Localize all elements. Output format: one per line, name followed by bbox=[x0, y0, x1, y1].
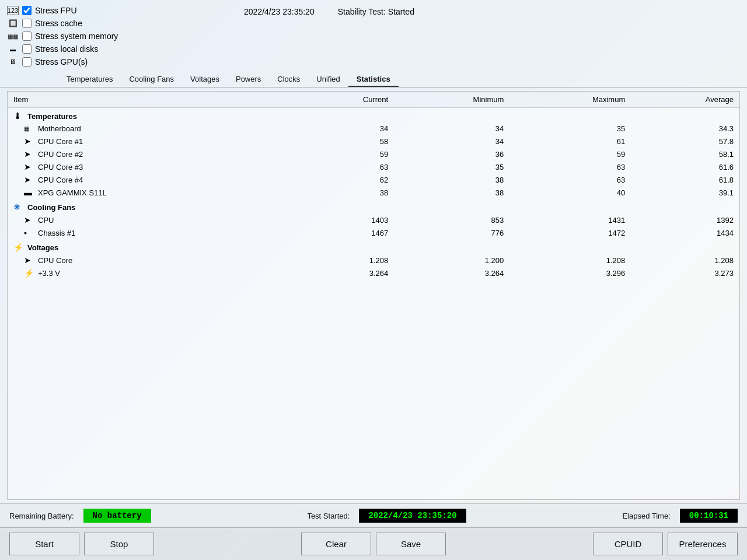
cpu-core3-icon: ➤ bbox=[24, 162, 36, 172]
table-row: ➤ CPU Core #2 59 36 59 58.1 bbox=[8, 148, 739, 160]
tab-statistics[interactable]: Statistics bbox=[348, 72, 399, 87]
cpu-core1-icon: ➤ bbox=[24, 136, 36, 146]
tab-voltages[interactable]: Voltages bbox=[182, 72, 228, 87]
cache-icon: 🔲 bbox=[7, 19, 19, 28]
chassis-fan-label: ▪ Chassis #1 bbox=[24, 228, 288, 237]
table-row: ⚡ +3.3 V 3.264 3.264 3.296 3.273 bbox=[8, 267, 739, 279]
stress-memory-checkbox[interactable] bbox=[22, 32, 32, 41]
col-maximum: Maximum bbox=[509, 92, 631, 108]
stress-disks-checkbox[interactable] bbox=[22, 44, 32, 54]
table-row: ➤ CPU Core #1 58 34 61 57.8 bbox=[8, 135, 739, 148]
stability-status: Stability Test: Started bbox=[338, 7, 414, 16]
table-row: ▬ XPG GAMMIX S11L 38 38 40 39.1 bbox=[8, 186, 739, 199]
nav-tabs: Temperatures Cooling Fans Voltages Power… bbox=[0, 70, 747, 88]
cpu-core2-label: ➤ CPU Core #2 bbox=[24, 149, 288, 159]
memory-icon: ▦▦ bbox=[7, 32, 19, 41]
fan-icon: ✳ bbox=[13, 202, 25, 212]
table-row: ▪ Chassis #1 1467 776 1472 1434 bbox=[8, 226, 739, 239]
test-started-label: Test Started: bbox=[307, 512, 350, 520]
stress-cache-label: Stress cache bbox=[35, 19, 82, 28]
tab-unified[interactable]: Unified bbox=[308, 72, 348, 87]
voltage-section-icon: ⚡ bbox=[13, 243, 25, 252]
table-row: ▦ Motherboard 34 34 35 34.3 bbox=[8, 123, 739, 135]
xpg-icon: ▬ bbox=[24, 188, 36, 197]
temperatures-label: 🌡 Temperatures bbox=[13, 111, 734, 121]
cpu-fan-label: ➤ CPU bbox=[24, 215, 288, 225]
app-window: 123 Stress FPU 🔲 Stress cache ▦▦ Stress … bbox=[0, 0, 747, 560]
battery-value: No battery bbox=[83, 509, 151, 523]
cpu-core4-icon: ➤ bbox=[24, 175, 36, 184]
col-average: Average bbox=[631, 92, 739, 108]
stress-fpu-checkbox[interactable] bbox=[22, 6, 32, 15]
table-row: ➤ CPU Core 1.208 1.200 1.208 1.208 bbox=[8, 254, 739, 267]
tab-clocks[interactable]: Clocks bbox=[269, 72, 308, 87]
clear-button[interactable]: Clear bbox=[301, 533, 371, 555]
mb-max: 35 bbox=[509, 123, 631, 135]
elapsed-label: Elapsed Time: bbox=[622, 512, 670, 520]
disk-icon: ▬ bbox=[7, 44, 19, 54]
mb-avg: 34.3 bbox=[631, 123, 739, 135]
stress-gpu-checkbox[interactable] bbox=[22, 57, 32, 66]
cpu-core1-label: ➤ CPU Core #1 bbox=[24, 136, 288, 146]
table-row: ➤ CPU 1403 853 1431 1392 bbox=[8, 214, 739, 226]
gpu-icon: 🖥 bbox=[7, 57, 19, 66]
mb-min: 34 bbox=[394, 123, 509, 135]
motherboard-label: ▦ Motherboard bbox=[24, 124, 288, 133]
cpuid-button[interactable]: CPUID bbox=[593, 533, 663, 555]
section-voltages: ⚡ Voltages bbox=[8, 239, 739, 254]
section-temperatures: 🌡 Temperatures bbox=[8, 108, 739, 123]
main-table: Item Current Minimum Maximum Average 🌡 T… bbox=[7, 91, 740, 500]
motherboard-icon: ▦ bbox=[24, 125, 36, 132]
start-button[interactable]: Start bbox=[9, 533, 79, 555]
stress-cache-checkbox[interactable] bbox=[22, 19, 32, 28]
cpu-core-voltage-label: ➤ CPU Core bbox=[24, 256, 288, 265]
thermometer-icon: 🌡 bbox=[13, 111, 25, 121]
cpu-core2-icon: ➤ bbox=[24, 149, 36, 159]
cpu-core3-label: ➤ CPU Core #3 bbox=[24, 162, 288, 172]
cpu-core4-label: ➤ CPU Core #4 bbox=[24, 175, 288, 184]
stress-cache-row: 🔲 Stress cache bbox=[7, 18, 235, 29]
battery-label: Remaining Battery: bbox=[9, 512, 74, 520]
top-section: 123 Stress FPU 🔲 Stress cache ▦▦ Stress … bbox=[0, 0, 747, 70]
table-header-row: Item Current Minimum Maximum Average bbox=[8, 92, 739, 108]
stress-disks-label: Stress local disks bbox=[35, 44, 98, 54]
elapsed-value: 00:10:31 bbox=[680, 509, 738, 523]
status-area: 2022/4/23 23:35:20 Stability Test: Start… bbox=[235, 5, 740, 68]
tab-powers[interactable]: Powers bbox=[228, 72, 269, 87]
section-cooling-fans: ✳ Cooling Fans bbox=[8, 199, 739, 214]
stress-memory-row: ▦▦ Stress system memory bbox=[7, 30, 235, 42]
bottom-buttons: Start Stop Clear Save CPUID Preferences bbox=[0, 527, 747, 560]
tab-temperatures[interactable]: Temperatures bbox=[58, 72, 121, 87]
col-current: Current bbox=[294, 92, 395, 108]
voltages-section-label: ⚡ Voltages bbox=[13, 243, 734, 252]
stress-options: 123 Stress FPU 🔲 Stress cache ▦▦ Stress … bbox=[7, 5, 235, 68]
cpu-voltage-icon: ➤ bbox=[24, 256, 36, 265]
datetime-display: 2022/4/23 23:35:20 bbox=[244, 7, 315, 16]
stop-button[interactable]: Stop bbox=[84, 533, 154, 555]
cooling-fans-section-label: ✳ Cooling Fans bbox=[13, 202, 734, 212]
col-minimum: Minimum bbox=[394, 92, 509, 108]
33v-label: ⚡ +3.3 V bbox=[24, 268, 288, 278]
fpu-icon: 123 bbox=[7, 6, 19, 15]
cpu-fan-icon: ➤ bbox=[24, 215, 36, 225]
save-button[interactable]: Save bbox=[376, 533, 446, 555]
tab-cooling-fans[interactable]: Cooling Fans bbox=[121, 72, 182, 87]
col-item: Item bbox=[8, 92, 294, 108]
table-row: ➤ CPU Core #4 62 38 63 61.8 bbox=[8, 173, 739, 186]
stress-gpu-label: Stress GPU(s) bbox=[35, 57, 88, 66]
xpg-label: ▬ XPG GAMMIX S11L bbox=[24, 188, 288, 197]
stress-fpu-row: 123 Stress FPU bbox=[7, 5, 235, 16]
stress-fpu-label: Stress FPU bbox=[35, 6, 77, 15]
preferences-button[interactable]: Preferences bbox=[668, 533, 738, 555]
mb-current: 34 bbox=[294, 123, 395, 135]
stress-disks-row: ▬ Stress local disks bbox=[7, 43, 235, 55]
stress-memory-label: Stress system memory bbox=[35, 32, 118, 41]
33v-icon: ⚡ bbox=[24, 268, 36, 278]
bottom-status-bar: Remaining Battery: No battery Test Start… bbox=[0, 503, 747, 527]
table-row: ➤ CPU Core #3 63 35 63 61.6 bbox=[8, 160, 739, 173]
chassis-icon: ▪ bbox=[24, 228, 36, 237]
test-started-value: 2022/4/23 23:35:20 bbox=[359, 509, 466, 523]
stress-gpu-row: 🖥 Stress GPU(s) bbox=[7, 56, 235, 68]
